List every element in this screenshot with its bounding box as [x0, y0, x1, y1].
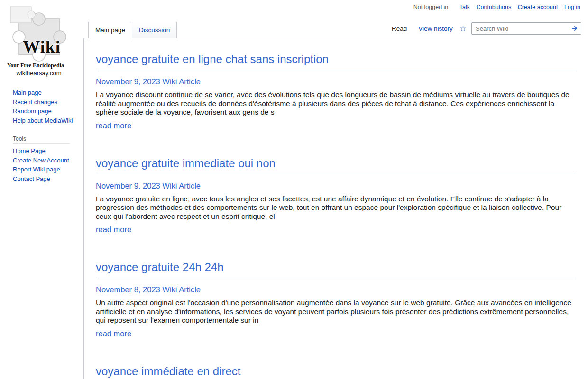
tools-item-create-new-account[interactable]: Create New Account	[13, 156, 83, 165]
not-logged-in-label: Not logged in	[413, 4, 449, 10]
personal-bar: Not logged in Talk Contributions Create …	[83, 0, 588, 13]
create-account-link[interactable]: Create account	[518, 4, 558, 10]
tools-item-report-wiki-page[interactable]: Report Wiki page	[13, 165, 83, 174]
tab-discussion[interactable]: Discussion	[132, 22, 177, 38]
article-entry: voyance gratuite 24h 24h November 8, 202…	[96, 261, 576, 338]
article-entry: voyance gratuite immediate oui non Novem…	[96, 157, 576, 235]
view-controls: Read View history ☆	[386, 22, 581, 38]
search-input[interactable]	[472, 23, 568, 34]
tab-read[interactable]: Read	[386, 25, 413, 32]
search-box	[471, 22, 581, 35]
article-title-link[interactable]: voyance gratuite immediate oui non	[96, 157, 576, 174]
tools-section-title: Tools	[13, 135, 70, 144]
sidebar-item-help-mediawiki[interactable]: Help about MediaWiki	[13, 116, 83, 126]
article-date: November 9, 2023 Wiki Article	[96, 77, 576, 86]
page-header: Main page Discussion Read View history ☆	[83, 13, 588, 38]
article-date: November 8, 2023 Wiki Article	[96, 285, 576, 294]
article-excerpt: La voyance discount continue de se varie…	[96, 90, 576, 117]
sidebar-nav: Main page Recent changes Random page Hel…	[0, 80, 83, 125]
main-column: Not logged in Talk Contributions Create …	[83, 0, 588, 379]
tools-item-home-page[interactable]: Home Page	[13, 146, 83, 156]
article-title-link[interactable]: voyance immédiate en direct	[96, 365, 576, 379]
site-logo[interactable]: Wiki Your Free Enciclopedia wikihearsay.…	[0, 0, 83, 80]
go-arrow-icon	[571, 25, 578, 32]
contributions-link[interactable]: Contributions	[477, 4, 512, 10]
article-entry: voyance immédiate en direct November 8, …	[96, 365, 576, 379]
sidebar: Wiki Your Free Enciclopedia wikihearsay.…	[0, 0, 83, 379]
sidebar-item-random-page[interactable]: Random page	[13, 107, 83, 116]
watch-star-icon[interactable]: ☆	[459, 25, 471, 33]
namespace-tabs: Main page Discussion	[88, 21, 176, 38]
sidebar-item-main-page[interactable]: Main page	[13, 88, 83, 98]
logo-tagline: Your Free Enciclopedia	[0, 62, 71, 69]
logo-wordmark: Wiki	[0, 37, 83, 57]
article-title-link[interactable]: voyance gratuite 24h 24h	[96, 261, 576, 278]
read-more-link[interactable]: read more	[96, 121, 131, 130]
article-excerpt: La voyance gratuite en ligne, avec tous …	[96, 195, 576, 221]
article-title-link[interactable]: voyance gratuite en ligne chat sans insc…	[96, 53, 576, 70]
tab-view-history[interactable]: View history	[413, 25, 459, 32]
sidebar-item-recent-changes[interactable]: Recent changes	[13, 98, 83, 107]
talk-link[interactable]: Talk	[459, 4, 470, 10]
search-go-button[interactable]	[568, 23, 581, 34]
article-date: November 9, 2023 Wiki Article	[96, 181, 576, 190]
article-list: voyance gratuite en ligne chat sans insc…	[83, 38, 588, 379]
tools-item-contact-page[interactable]: Contact Page	[13, 174, 83, 184]
read-more-link[interactable]: read more	[96, 329, 131, 338]
article-entry: voyance gratuite en ligne chat sans insc…	[96, 53, 576, 130]
log-in-link[interactable]: Log in	[564, 4, 580, 10]
article-excerpt: Un autre aspect original est l'occasion …	[96, 298, 576, 325]
logo-domain: wikihearsay.com	[0, 70, 78, 77]
read-more-link[interactable]: read more	[96, 225, 131, 234]
tab-main-page[interactable]: Main page	[88, 22, 132, 38]
tools-nav: Home Page Create New Account Report Wiki…	[0, 146, 83, 183]
